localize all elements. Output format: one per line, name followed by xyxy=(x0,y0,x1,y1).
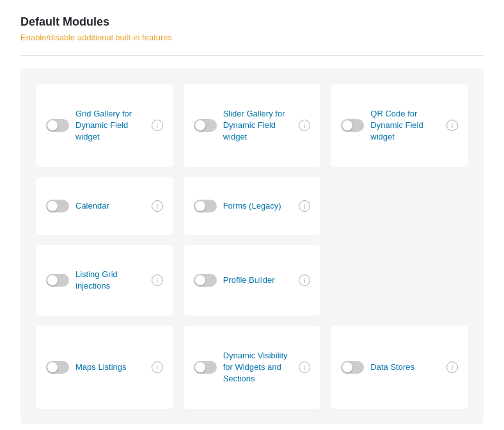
toggle-grid-gallery[interactable] xyxy=(46,119,69,132)
toggle-forms-legacy[interactable] xyxy=(194,200,217,212)
toggle-track xyxy=(46,361,69,374)
module-label-listing-grid: Listing Grid injections xyxy=(75,269,145,292)
module-card-qr-code: QR Code for Dynamic Field widget i xyxy=(331,84,468,167)
toggle-thumb xyxy=(195,201,205,211)
toggle-track xyxy=(46,200,69,212)
module-label-data-stores: Data Stores xyxy=(370,362,440,373)
module-label-forms-legacy: Forms (Legacy) xyxy=(223,200,293,212)
info-icon-grid-gallery[interactable]: i xyxy=(152,120,163,131)
module-label-maps-listings: Maps Listings xyxy=(75,362,145,373)
page-subtitle: Enable/disable additional built-in featu… xyxy=(20,33,484,42)
info-icon-forms-legacy[interactable]: i xyxy=(299,200,310,212)
module-label-grid-gallery: Grid Gallery for Dynamic Field widget xyxy=(75,108,145,143)
toggle-track xyxy=(46,274,69,287)
info-icon-slider-gallery[interactable]: i xyxy=(299,120,310,131)
module-card-profile-builder: Profile Builder i xyxy=(184,245,321,315)
toggle-qr-code[interactable] xyxy=(341,119,364,132)
toggle-slider-gallery[interactable] xyxy=(194,119,217,132)
toggle-track xyxy=(194,200,217,212)
toggle-track xyxy=(341,361,364,374)
empty-cell-r2c3 xyxy=(331,177,468,235)
toggle-dynamic-visibility[interactable] xyxy=(194,361,217,374)
toggle-thumb xyxy=(47,275,58,285)
module-label-profile-builder: Profile Builder xyxy=(223,275,293,286)
info-icon-maps-listings[interactable]: i xyxy=(152,362,163,373)
toggle-track xyxy=(194,274,217,287)
info-icon-dynamic-visibility[interactable]: i xyxy=(299,362,310,373)
toggle-track xyxy=(341,119,364,132)
toggle-track xyxy=(46,119,69,132)
toggle-profile-builder[interactable] xyxy=(194,274,217,287)
toggle-track xyxy=(194,361,217,374)
module-card-listing-grid: Listing Grid injections i xyxy=(36,245,173,315)
page-title: Default Modules xyxy=(20,15,484,29)
toggle-thumb xyxy=(47,120,58,131)
module-label-dynamic-visibility: Dynamic Visibility for Widgets and Secti… xyxy=(223,350,293,385)
toggle-thumb xyxy=(195,275,205,285)
module-card-dynamic-visibility: Dynamic Visibility for Widgets and Secti… xyxy=(184,326,321,409)
empty-cell-r3c3 xyxy=(331,245,468,315)
modules-container: Grid Gallery for Dynamic Field widget i … xyxy=(20,68,484,424)
info-icon-listing-grid[interactable]: i xyxy=(152,275,163,286)
info-icon-data-stores[interactable]: i xyxy=(446,362,458,373)
module-label-slider-gallery: Slider Gallery for Dynamic Field widget xyxy=(223,108,293,143)
toggle-thumb xyxy=(47,201,58,211)
module-card-calendar: Calendar i xyxy=(36,177,173,235)
module-label-calendar: Calendar xyxy=(75,200,145,212)
toggle-maps-listings[interactable] xyxy=(46,361,69,374)
module-card-grid-gallery: Grid Gallery for Dynamic Field widget i xyxy=(36,84,173,167)
toggle-thumb xyxy=(342,120,352,131)
toggle-data-stores[interactable] xyxy=(341,361,364,374)
page-wrapper: Default Modules Enable/disable additiona… xyxy=(0,0,504,430)
toggle-calendar[interactable] xyxy=(46,200,69,212)
toggle-thumb xyxy=(195,362,205,372)
modules-grid: Grid Gallery for Dynamic Field widget i … xyxy=(36,84,468,409)
module-card-slider-gallery: Slider Gallery for Dynamic Field widget … xyxy=(184,84,321,167)
module-card-maps-listings: Maps Listings i xyxy=(36,326,173,409)
toggle-thumb xyxy=(47,362,58,372)
info-icon-calendar[interactable]: i xyxy=(152,200,163,212)
module-card-data-stores: Data Stores i xyxy=(331,326,468,409)
toggle-track xyxy=(194,119,217,132)
toggle-thumb xyxy=(342,362,352,372)
toggle-listing-grid[interactable] xyxy=(46,274,69,287)
info-icon-profile-builder[interactable]: i xyxy=(299,275,310,286)
section-divider xyxy=(20,55,484,56)
module-label-qr-code: QR Code for Dynamic Field widget xyxy=(370,108,440,143)
info-icon-qr-code[interactable]: i xyxy=(446,120,458,131)
toggle-thumb xyxy=(195,120,205,131)
module-card-forms-legacy: Forms (Legacy) i xyxy=(184,177,321,235)
